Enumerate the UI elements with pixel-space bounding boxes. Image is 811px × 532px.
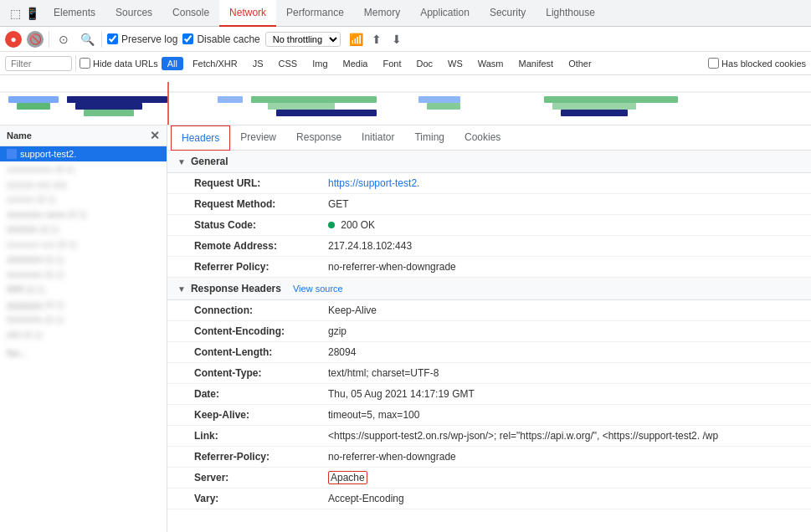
list-item: fffffff (0.1) bbox=[0, 282, 167, 297]
wifi-icon[interactable]: 📶 bbox=[347, 30, 366, 49]
row-key: Keep-Alive: bbox=[194, 407, 328, 422]
tab-security[interactable]: Security bbox=[480, 0, 536, 27]
disable-cache-checkbox[interactable] bbox=[182, 33, 193, 44]
svg-rect-7 bbox=[218, 96, 243, 103]
row-val: GET bbox=[328, 197, 801, 212]
inspect-icon[interactable]: ⬚ bbox=[8, 7, 22, 20]
throttling-select[interactable]: No throttling bbox=[265, 32, 341, 47]
general-section-header: ▼ General bbox=[167, 151, 811, 173]
filter-tag-fetch-xhr[interactable]: Fetch/XHR bbox=[187, 57, 244, 70]
device-icon[interactable]: 📱 bbox=[25, 7, 38, 20]
header-row-status-code: Status Code: 200 OK bbox=[167, 215, 811, 236]
tab-application[interactable]: Application bbox=[410, 0, 480, 27]
filter-tag-doc[interactable]: Doc bbox=[410, 57, 439, 70]
download-icon[interactable]: ⬇ bbox=[388, 30, 406, 49]
list-item: yyyyyy yyy yyy bbox=[0, 176, 167, 192]
row-val: Keep-Alive bbox=[328, 303, 801, 318]
close-panel-button[interactable]: ✕ bbox=[150, 129, 160, 142]
filter-tag-wasm[interactable]: Wasm bbox=[472, 57, 510, 70]
detail-tab-response[interactable]: Response bbox=[286, 125, 352, 151]
hide-data-urls-checkbox[interactable] bbox=[80, 58, 90, 69]
row-key: Status Code: bbox=[194, 217, 328, 233]
response-headers-section-header: ▼ Response Headers View source bbox=[167, 278, 811, 300]
filter-tag-css[interactable]: CSS bbox=[273, 57, 304, 70]
list-item: zzzzzz (0.1) bbox=[0, 192, 167, 207]
list-item: aaaaaaa aaaa (0.1) bbox=[0, 207, 167, 222]
row-key: Request URL: bbox=[194, 176, 328, 191]
file-icon bbox=[7, 149, 17, 159]
tab-console[interactable]: Console bbox=[162, 0, 219, 27]
row-val: <https://support-test2.on.rs/wp-json/>; … bbox=[328, 428, 801, 443]
left-panel: Name ✕ support-test2. xxxxxxxxxx (0.1) y… bbox=[0, 125, 167, 532]
svg-rect-6 bbox=[167, 82, 169, 125]
upload-icon[interactable]: ⬆ bbox=[367, 30, 386, 49]
general-section-title: General bbox=[191, 156, 228, 167]
disable-cache-label: Disable cache bbox=[182, 33, 259, 45]
header-row-remote-address: Remote Address: 217.24.18.102:443 bbox=[167, 236, 811, 257]
request-list: support-test2. xxxxxxxxxx (0.1) yyyyyy y… bbox=[0, 146, 167, 532]
svg-rect-15 bbox=[561, 110, 628, 116]
left-panel-header: Name ✕ bbox=[0, 125, 167, 146]
row-key: Remote Address: bbox=[194, 238, 328, 253]
row-key: Referrer Policy: bbox=[194, 259, 328, 274]
tab-memory[interactable]: Memory bbox=[354, 0, 410, 27]
detail-tab-bar: Headers Preview Response Initiator Timin… bbox=[167, 125, 811, 151]
separator-1 bbox=[49, 31, 49, 48]
filter-tag-all[interactable]: All bbox=[162, 57, 183, 70]
header-row-connection: Connection: Keep-Alive bbox=[167, 300, 811, 321]
header-row-content-encoding: Content-Encoding: gzip bbox=[167, 321, 811, 342]
filter-tag-media[interactable]: Media bbox=[337, 57, 374, 70]
row-key: Content-Type: bbox=[194, 366, 328, 381]
tab-network[interactable]: Network bbox=[219, 0, 276, 27]
row-val: 28094 bbox=[328, 345, 801, 360]
header-row-content-length: Content-Length: 28094 bbox=[167, 342, 811, 363]
tab-elements[interactable]: Elements bbox=[44, 0, 105, 27]
svg-rect-14 bbox=[552, 103, 636, 110]
clear-button[interactable]: 🚫 bbox=[27, 31, 44, 48]
svg-rect-13 bbox=[544, 96, 678, 103]
tab-sources[interactable]: Sources bbox=[105, 0, 162, 27]
header-row-date: Date: Thu, 05 Aug 2021 14:17:19 GMT bbox=[167, 384, 811, 405]
right-panel: Headers Preview Response Initiator Timin… bbox=[167, 125, 811, 532]
row-val: timeout=5, max=100 bbox=[328, 407, 801, 422]
row-val: no-referrer-when-downgrade bbox=[328, 449, 801, 464]
svg-rect-11 bbox=[418, 96, 460, 103]
detail-tab-initiator[interactable]: Initiator bbox=[352, 125, 404, 151]
filter-sep bbox=[75, 55, 76, 72]
filter-tag-manifest[interactable]: Manifest bbox=[513, 57, 560, 70]
filter-icon[interactable]: ⊙ bbox=[54, 30, 73, 49]
tab-lighthouse[interactable]: Lighthouse bbox=[536, 0, 605, 27]
status-green-dot bbox=[328, 222, 335, 228]
triangle-icon: ▼ bbox=[177, 157, 186, 166]
header-row-keep-alive: Keep-Alive: timeout=5, max=100 bbox=[167, 405, 811, 426]
row-key: Server: bbox=[194, 470, 328, 485]
row-val: Accept-Encoding bbox=[328, 491, 801, 506]
row-val: 217.24.18.102:443 bbox=[328, 238, 801, 253]
filter-tag-js[interactable]: JS bbox=[247, 57, 269, 70]
preserve-log-checkbox[interactable] bbox=[107, 33, 118, 44]
detail-tab-cookies[interactable]: Cookies bbox=[454, 125, 511, 151]
devtools-icons: ⬚ 📱 bbox=[3, 7, 44, 20]
filter-tag-img[interactable]: Img bbox=[306, 57, 333, 70]
filter-tag-ws[interactable]: WS bbox=[442, 57, 469, 70]
header-row-referrer-policy: Referrer Policy: no-referrer-when-downgr… bbox=[167, 257, 811, 278]
header-row-vary: Vary: Accept-Encoding bbox=[167, 489, 811, 509]
filter-tag-font[interactable]: Font bbox=[377, 57, 407, 70]
detail-tab-headers[interactable]: Headers bbox=[171, 125, 230, 151]
tab-performance[interactable]: Performance bbox=[276, 0, 354, 27]
row-key: Vary: bbox=[194, 491, 328, 506]
filter-tag-other[interactable]: Other bbox=[562, 57, 598, 70]
search-icon[interactable]: 🔍 bbox=[78, 30, 96, 49]
view-source-link[interactable]: View source bbox=[293, 284, 343, 294]
row-val: Thu, 05 Aug 2021 14:17:19 GMT bbox=[328, 386, 801, 402]
list-item: ggggggg (0.1) bbox=[0, 297, 167, 312]
row-val: https://support-test2. bbox=[328, 176, 801, 191]
filter-input[interactable] bbox=[5, 56, 72, 71]
list-item-selected[interactable]: support-test2. bbox=[0, 146, 167, 161]
detail-tab-preview[interactable]: Preview bbox=[230, 125, 286, 151]
row-key: Content-Encoding: bbox=[194, 324, 328, 339]
record-button[interactable]: ● bbox=[5, 31, 22, 48]
has-blocked-cookies-checkbox[interactable] bbox=[708, 58, 719, 69]
detail-tab-timing[interactable]: Timing bbox=[404, 125, 454, 151]
row-key: Link: bbox=[194, 428, 328, 443]
